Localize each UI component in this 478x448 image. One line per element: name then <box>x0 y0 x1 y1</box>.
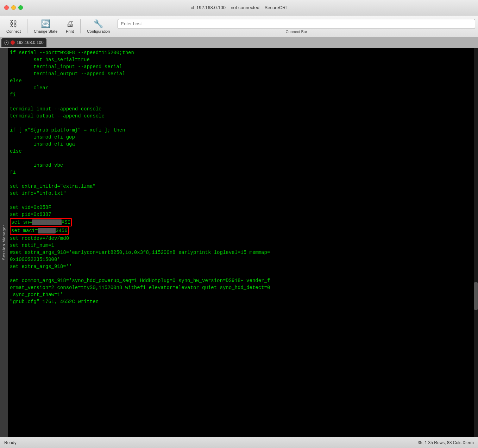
session-manager-sidebar[interactable]: Session Manager <box>0 48 8 437</box>
term-line-29: 0x1000$223515000' <box>10 256 476 263</box>
term-line-25: set mac1=██████3456 <box>10 226 476 235</box>
mac1-highlighted: set mac1=██████3456 <box>10 226 69 235</box>
change-state-label: Change State <box>34 29 57 33</box>
session-tab[interactable]: ✕ 192.168.0.100 <box>1 38 46 47</box>
session-manager-label: Session Manager <box>2 225 6 260</box>
term-line-30: set extra_args_918='' <box>10 263 476 270</box>
term-line-23: set pid=0x6387 <box>10 211 476 218</box>
term-line-14: else <box>10 148 476 155</box>
term-line-22: set vid=0x058F <box>10 204 476 211</box>
term-line-16: insmod vbe <box>10 162 476 169</box>
term-line-9: terminal_output --append console <box>10 113 476 120</box>
scrollbar-thumb[interactable] <box>474 282 478 310</box>
print-label: Print <box>66 29 74 33</box>
term-line-35: "grub.cfg" 176L, 4652C written <box>10 298 476 305</box>
terminal[interactable]: if serial --port=0x3F8 --speed=115200;th… <box>8 48 478 437</box>
term-line-18 <box>10 176 476 183</box>
toolbar-separator-1 <box>27 19 27 33</box>
term-line-3: terminal_output --append serial <box>10 70 476 77</box>
term-line-31 <box>10 270 476 277</box>
tab-close-icon[interactable]: ✕ <box>4 40 9 45</box>
toolbar-separator-2 <box>80 19 81 33</box>
term-line-4: else <box>10 77 476 84</box>
term-line-12: insmod efi_gop <box>10 134 476 141</box>
close-button[interactable] <box>4 5 9 10</box>
term-line-1: set has_serial=true <box>10 56 476 63</box>
status-bar: Ready 35, 1 35 Rows, 88 Cols Xterm <box>0 437 478 448</box>
term-line-11: if [ x"${grub_platform}" = xefi ]; then <box>10 127 476 134</box>
title-bar: 🖥 192.168.0.100 – not connected – Secure… <box>0 0 478 15</box>
tab-bar: ✕ 192.168.0.100 <box>0 37 478 48</box>
term-line-32: set common_args_918='syno_hdd_powerup_se… <box>10 277 476 284</box>
term-line-2: terminal_input --append serial <box>10 63 476 70</box>
tab-label: 192.168.0.100 <box>17 40 44 45</box>
term-line-0: if serial --port=0x3F8 --speed=115200;th… <box>10 49 476 56</box>
term-line-20: set info="info.txt" <box>10 190 476 197</box>
status-ready: Ready <box>4 440 17 445</box>
term-line-5: clear <box>10 84 476 91</box>
print-button[interactable]: 🖨 Print <box>62 18 77 35</box>
term-line-7 <box>10 98 476 105</box>
title-bar-text: 🖥 192.168.0.100 – not connected – Secure… <box>190 5 288 10</box>
terminal-scrollbar[interactable] <box>474 48 478 437</box>
configuration-icon: 🔧 <box>94 19 103 28</box>
term-line-27: set netif_num=1 <box>10 242 476 249</box>
change-state-button[interactable]: 🔄 Change State <box>30 18 61 35</box>
main-area: Session Manager if serial --port=0x3F8 -… <box>0 48 478 437</box>
term-line-33: ormat_version=2 console=ttyS0,115200n8 w… <box>10 284 476 291</box>
configuration-label: Configuration <box>87 29 110 33</box>
window-title: 192.168.0.100 – not connected – SecureCR… <box>196 5 288 10</box>
maximize-button[interactable] <box>18 5 23 10</box>
term-line-13: insmod efi_uga <box>10 141 476 148</box>
term-line-6: fi <box>10 91 476 98</box>
term-line-26: set rootdev=/dev/md0 <box>10 235 476 242</box>
term-line-19: set extra_initrd="extra.lzma" <box>10 183 476 190</box>
term-line-24: set sn=██████████XSI <box>10 218 476 226</box>
tab-stop-icon <box>11 40 15 45</box>
status-info: 35, 1 35 Rows, 88 Cols Xterm <box>418 440 474 445</box>
sn-highlighted: set sn=██████████XSI <box>10 218 72 226</box>
window-controls[interactable] <box>4 5 23 10</box>
term-line-8: terminal_input --append console <box>10 105 476 113</box>
term-line-17: fi <box>10 169 476 176</box>
term-line-10 <box>10 120 476 127</box>
title-icon: 🖥 <box>190 5 194 10</box>
term-line-28: #set extra_args_918='earlycon=uart8250,i… <box>10 249 476 256</box>
change-state-icon: 🔄 <box>41 19 50 28</box>
connect-bar-input[interactable] <box>118 19 475 29</box>
connect-bar-label: Connect Bar <box>118 30 475 34</box>
connect-button[interactable]: ⛓ Connect <box>3 18 24 35</box>
toolbar: ⛓ Connect 🔄 Change State 🖨 Print 🔧 Confi… <box>0 15 478 37</box>
connect-icon: ⛓ <box>10 19 17 28</box>
term-line-34: syno_port_thaw=1' <box>10 291 476 298</box>
term-line-21 <box>10 197 476 204</box>
term-line-15 <box>10 155 476 162</box>
minimize-button[interactable] <box>11 5 16 10</box>
connect-bar-area: Connect Bar <box>118 19 475 34</box>
connect-label: Connect <box>6 29 21 33</box>
configuration-button[interactable]: 🔧 Configuration <box>83 18 113 35</box>
print-icon: 🖨 <box>66 19 74 28</box>
